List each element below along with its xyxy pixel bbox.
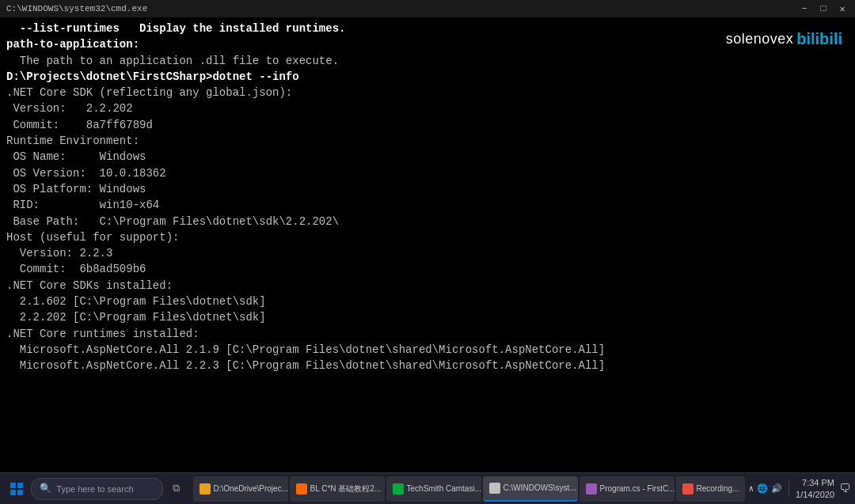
taskbar-items: D:\OneDrive\Projec...BL C*N 基础教程2...Tech… [193, 476, 746, 502]
taskbar-search[interactable]: 🔍 Type here to search [31, 478, 163, 500]
terminal-line: Commit: 8a7ff6789d [6, 117, 849, 133]
taskbar: 🔍 Type here to search ⧉ D:\OneDrive\Proj… [0, 472, 855, 504]
maximize-button[interactable]: □ [817, 3, 830, 15]
watermark-username: solenovex [726, 31, 794, 47]
watermark: solenovex bilibili [726, 30, 842, 48]
taskbar-item[interactable]: BL C*N 基础教程2... [290, 476, 385, 502]
taskbar-item[interactable]: C:\WINDOWS\syst... [483, 476, 578, 502]
clock-date: 1/14/2020 [796, 489, 834, 500]
title-bar: C:\WINDOWS\system32\cmd.exe – □ ✕ [0, 0, 855, 17]
terminal-line: path-to-application: [6, 36, 849, 52]
window-title: C:\WINDOWS\system32\cmd.exe [6, 4, 147, 13]
network-icon: 🌐 [757, 483, 768, 494]
task-view-button[interactable]: ⧉ [166, 478, 187, 500]
terminal-line: 2.1.602 [C:\Program Files\dotnet\sdk] [6, 294, 849, 309]
taskbar-item-icon [200, 483, 211, 495]
taskbar-item-label: TechSmith Camtasi... [407, 484, 481, 493]
terminal-line: The path to an application .dll file to … [6, 53, 849, 69]
search-icon: 🔍 [40, 483, 51, 495]
taskbar-item[interactable]: D:\OneDrive\Projec... [193, 476, 288, 502]
terminal-line: .NET Core SDKs installed: [6, 278, 849, 294]
start-button[interactable] [5, 476, 28, 502]
windows-icon-sq4 [17, 490, 23, 495]
notification-button[interactable]: 🗨 [839, 483, 850, 495]
taskbar-item-label: Program.cs - FirstC... [600, 484, 674, 493]
terminal-line: RID: win10-x64 [6, 197, 849, 213]
task-view-icon: ⧉ [173, 483, 180, 495]
taskbar-item-icon [296, 483, 307, 495]
window-controls: – □ ✕ [798, 3, 849, 15]
terminal-line: Runtime Environment: [6, 133, 849, 149]
terminal-line: 2.2.202 [C:\Program Files\dotnet\sdk] [6, 309, 849, 325]
taskbar-item[interactable]: Program.cs - FirstC... [580, 476, 674, 502]
windows-icon-sq2 [17, 483, 23, 488]
taskbar-item-icon [586, 483, 597, 495]
taskbar-item-icon [393, 483, 404, 495]
terminal-line: .NET Core runtimes installed: [6, 326, 849, 342]
terminal-line: .NET Core SDK (reflecting any global.jso… [6, 85, 849, 100]
terminal-line: D:\Projects\dotnet\FirstCSharp>dotnet --… [6, 69, 849, 85]
terminal-content: solenovex bilibili --list-runtimes Displ… [0, 17, 855, 472]
minimize-button[interactable]: – [798, 3, 811, 15]
taskbar-item-icon [489, 483, 500, 494]
terminal-line: OS Platform: Windows [6, 181, 849, 197]
windows-icon-sq3 [10, 490, 16, 495]
taskbar-item-label: BL C*N 基础教程2... [310, 483, 382, 495]
search-placeholder: Type here to search [56, 484, 133, 494]
taskbar-right: ∧ 🌐 🔊 7:34 PM 1/14/2020 🗨 [748, 477, 850, 500]
system-tray-icons: ∧ 🌐 🔊 [748, 483, 782, 494]
tray-up-icon[interactable]: ∧ [748, 483, 754, 494]
volume-icon: 🔊 [771, 483, 782, 494]
terminal-line: Version: 2.2.202 [6, 100, 849, 116]
taskbar-item-icon [682, 483, 694, 495]
taskbar-item-label: Recording... [697, 484, 739, 493]
close-button[interactable]: ✕ [836, 3, 849, 15]
terminal-line: --list-runtimes Display the installed ru… [6, 21, 849, 36]
terminal-line: Microsoft.AspNetCore.All 2.1.9 [C:\Progr… [6, 342, 849, 358]
terminal-line: OS Version: 10.0.18362 [6, 165, 849, 181]
terminal-lines: --list-runtimes Display the installed ru… [6, 21, 849, 374]
terminal-line: Base Path: C:\Program Files\dotnet\sdk\2… [6, 214, 849, 229]
taskbar-item-label: C:\WINDOWS\syst... [504, 483, 576, 492]
taskbar-item-label: D:\OneDrive\Projec... [214, 484, 288, 493]
terminal-line: Commit: 6b8ad509b6 [6, 261, 849, 277]
bilibili-logo: bilibili [796, 30, 842, 48]
taskbar-clock[interactable]: 7:34 PM 1/14/2020 [796, 477, 834, 500]
clock-time: 7:34 PM [796, 477, 834, 488]
terminal-line: Version: 2.2.3 [6, 245, 849, 261]
taskbar-item[interactable]: TechSmith Camtasi... [386, 476, 481, 502]
taskbar-item[interactable]: Recording... [676, 476, 746, 502]
terminal-line: Microsoft.AspNetCore.All 2.2.3 [C:\Progr… [6, 358, 849, 373]
taskbar-divider [788, 481, 789, 497]
terminal-line: Host (useful for support): [6, 229, 849, 245]
windows-icon-sq1 [10, 483, 16, 488]
terminal-line: OS Name: Windows [6, 149, 849, 165]
windows-icon [10, 483, 23, 495]
